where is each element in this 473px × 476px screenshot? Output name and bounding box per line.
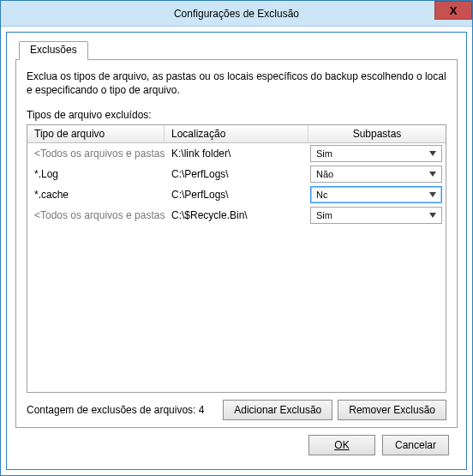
cell-subfolders: Nc <box>308 186 446 203</box>
cell-file-type[interactable]: *.Log <box>27 168 165 180</box>
select-value: Sim <box>316 148 332 159</box>
panel-footer: Contagem de exclusões de arquivos: 4 Adi… <box>27 400 446 420</box>
select-value: Nc <box>316 190 327 200</box>
close-icon: X <box>450 4 458 17</box>
subfolders-select[interactable]: Sim <box>310 145 442 162</box>
cell-location[interactable]: C:\PerfLogs\ <box>165 189 308 201</box>
tab-panel-exclusions: Exclua os tipos de arquivo, as pastas ou… <box>15 59 458 428</box>
button-label-rest: K <box>343 439 350 451</box>
table-row[interactable]: <Todos os arquivos e pastas>C:\$Recycle.… <box>27 205 446 226</box>
ok-button[interactable]: OK <box>308 435 375 455</box>
cell-subfolders: Não <box>308 166 446 183</box>
table-row[interactable]: *.cacheC:\PerfLogs\Nc <box>27 184 446 205</box>
select-value: Sim <box>316 210 332 220</box>
table-row[interactable]: *.LogC:\PerfLogs\Não <box>27 164 446 184</box>
chevron-down-icon <box>426 151 440 156</box>
chevron-down-icon <box>426 192 440 197</box>
cell-subfolders: Sim <box>308 207 446 224</box>
cell-file-type[interactable]: *.cache <box>27 189 165 201</box>
chevron-down-icon <box>426 172 440 177</box>
tab-label: Exclusões <box>30 44 77 56</box>
cell-file-type[interactable]: <Todos os arquivos e pastas> <box>27 209 165 221</box>
section-label: Tipos de arquivo excluídos: <box>27 109 446 121</box>
subfolders-select[interactable]: Nc <box>310 186 442 203</box>
dialog-button-row: OK Cancelar <box>15 428 458 464</box>
cancel-button[interactable]: Cancelar <box>382 435 449 455</box>
grid-header: Tipo de arquivo Localização Subpastas <box>27 125 446 143</box>
titlebar: Configurações de Exclusão X <box>1 1 472 27</box>
close-button[interactable]: X <box>434 1 472 20</box>
window-title: Configurações de Exclusão <box>174 8 299 20</box>
grid-body: <Todos os arquivos e pastas>K:\link fold… <box>27 143 446 392</box>
col-header-type[interactable]: Tipo de arquivo <box>27 125 165 142</box>
subfolders-select[interactable]: Sim <box>310 207 442 224</box>
col-header-subfolders[interactable]: Subpastas <box>308 125 446 142</box>
button-label: O <box>334 439 342 451</box>
button-label: Cancelar <box>395 439 436 451</box>
cell-location[interactable]: K:\link folder\ <box>165 148 308 160</box>
cell-location[interactable]: C:\PerfLogs\ <box>165 168 308 180</box>
subfolders-select[interactable]: Não <box>310 166 442 183</box>
col-header-location[interactable]: Localização <box>165 125 308 142</box>
add-exclusion-button[interactable]: Adicionar Exclusão <box>223 400 332 420</box>
button-label: Adicionar Exclusão <box>234 404 321 416</box>
tab-strip: Exclusões <box>15 41 458 60</box>
select-value: Não <box>316 169 333 179</box>
dialog-inner: Exclusões Exclua os tipos de arquivo, as… <box>6 32 467 470</box>
dialog-window: Configurações de Exclusão X Exclusões Ex… <box>0 0 473 476</box>
table-row[interactable]: <Todos os arquivos e pastas>K:\link fold… <box>27 143 446 164</box>
cell-subfolders: Sim <box>308 145 446 162</box>
exclusion-count-label: Contagem de exclusões de arquivos: 4 <box>27 404 218 416</box>
chevron-down-icon <box>426 213 440 218</box>
cell-file-type[interactable]: <Todos os arquivos e pastas> <box>27 148 165 160</box>
panel-description: Exclua os tipos de arquivo, as pastas ou… <box>27 70 446 97</box>
cell-location[interactable]: C:\$Recycle.Bin\ <box>165 209 308 221</box>
remove-exclusion-button[interactable]: Remover Exclusão <box>338 400 446 420</box>
exclusion-grid: Tipo de arquivo Localização Subpastas <T… <box>27 124 446 393</box>
button-label: Remover Exclusão <box>349 404 435 416</box>
tab-exclusions[interactable]: Exclusões <box>19 41 88 60</box>
